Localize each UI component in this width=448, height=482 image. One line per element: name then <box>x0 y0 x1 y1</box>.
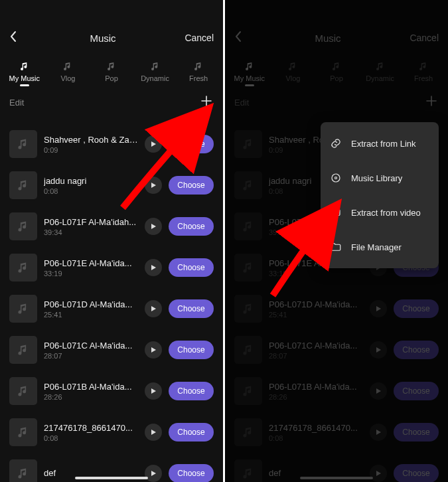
tab-vlog[interactable]: Vlog <box>271 61 314 82</box>
track-meta: P06-L071D Al-Ma'ida...25:41 <box>44 299 138 319</box>
choose-button[interactable]: Choose <box>394 299 439 318</box>
add-button[interactable] <box>424 94 439 111</box>
track-thumbnail <box>9 171 37 199</box>
track-row: P06-L071D Al-Ma'ida...25:41Choose <box>0 288 223 329</box>
track-name: jaddu nagri <box>44 176 138 186</box>
menu-item-label: Music Library <box>351 173 402 183</box>
track-thumbnail <box>9 130 37 158</box>
menu-item-extract-from-video[interactable]: Extract from video <box>321 195 439 230</box>
track-name: P06-L071B Al-Ma'ida... <box>44 382 138 392</box>
play-button[interactable] <box>370 341 387 359</box>
folder-icon <box>330 241 342 253</box>
menu-item-extract-from-link[interactable]: Extract from Link <box>321 126 439 161</box>
track-thumbnail <box>9 212 37 240</box>
choose-button[interactable]: Choose <box>169 382 214 400</box>
track-name: P06-L071E Al-Ma'ida... <box>44 258 138 268</box>
track-meta: P06-L071B Al-Ma'ida...28:26 <box>44 382 138 401</box>
play-button[interactable] <box>145 135 162 153</box>
menu-item-label: Extract from Link <box>351 139 416 149</box>
track-duration: 25:41 <box>44 311 138 319</box>
track-duration: 0:09 <box>44 146 138 154</box>
play-button[interactable] <box>145 177 162 194</box>
track-thumbnail <box>9 295 37 323</box>
track-row: P06-L071B Al-Ma'ida...28:26Choose <box>225 370 448 412</box>
back-button[interactable] <box>9 29 25 46</box>
tab-label: My Music <box>234 74 265 82</box>
menu-item-music-library[interactable]: Music Library <box>321 161 439 195</box>
svg-point-0 <box>332 174 340 182</box>
choose-button[interactable]: Choose <box>394 464 439 482</box>
track-duration: 33:19 <box>269 270 363 278</box>
play-button[interactable] <box>145 341 162 359</box>
menu-item-label: Extract from video <box>351 208 421 218</box>
play-button[interactable] <box>370 465 387 482</box>
edit-button[interactable]: Edit <box>234 98 249 108</box>
tab-vlog[interactable]: Vlog <box>46 61 89 82</box>
play-button[interactable] <box>145 465 162 482</box>
play-button[interactable] <box>370 382 387 400</box>
play-button[interactable] <box>370 424 387 441</box>
play-button[interactable] <box>145 300 162 317</box>
track-name: P06-L071C Al-Ma'ida... <box>269 341 363 351</box>
tab-pop[interactable]: Pop <box>315 61 358 82</box>
tab-fresh[interactable]: Fresh <box>402 61 445 82</box>
track-name: P06-L071D Al-Ma'ida... <box>44 299 138 309</box>
play-button[interactable] <box>145 424 162 441</box>
svg-point-1 <box>335 177 337 179</box>
home-indicator <box>75 477 148 479</box>
track-row: 217476178_8661470...0:08Choose <box>0 412 223 453</box>
track-meta: P06-L071F Al-Ma'idah...39:34 <box>44 217 138 236</box>
tab-fresh[interactable]: Fresh <box>177 61 220 82</box>
choose-button[interactable]: Choose <box>394 382 439 400</box>
tab-dynamic[interactable]: Dynamic <box>359 61 402 82</box>
track-thumbnail <box>9 336 37 364</box>
choose-button[interactable]: Choose <box>169 258 214 277</box>
track-row: P06-L071C Al-Ma'ida...28:07Choose <box>225 329 448 370</box>
play-button[interactable] <box>145 382 162 400</box>
choose-button[interactable]: Choose <box>169 423 214 442</box>
edit-row: Edit <box>225 89 448 116</box>
choose-button[interactable]: Choose <box>169 217 214 236</box>
tab-label: My Music <box>9 74 40 82</box>
home-indicator <box>300 477 373 479</box>
edit-button[interactable]: Edit <box>9 98 24 108</box>
track-name: P06-L071D Al-Ma'ida... <box>269 299 363 309</box>
track-meta: P06-L071C Al-Ma'ida...28:07 <box>44 341 138 360</box>
tab-my-music[interactable]: My Music <box>3 61 46 82</box>
choose-button[interactable]: Choose <box>169 464 214 482</box>
cancel-button[interactable]: Cancel <box>406 33 439 43</box>
track-thumbnail <box>234 377 262 405</box>
cancel-button[interactable]: Cancel <box>181 33 214 43</box>
choose-button[interactable]: Choose <box>169 135 214 153</box>
track-duration: 0:08 <box>44 187 138 195</box>
choose-button[interactable]: Choose <box>394 423 439 442</box>
tab-label: Pop <box>330 74 343 82</box>
track-thumbnail <box>234 130 262 158</box>
add-button[interactable] <box>199 94 214 111</box>
track-thumbnail <box>9 459 37 482</box>
track-meta: 217476178_8661470...0:08 <box>44 423 138 442</box>
tab-my-music[interactable]: My Music <box>228 61 271 82</box>
play-button[interactable] <box>145 218 162 235</box>
choose-button[interactable]: Choose <box>169 341 214 359</box>
tab-dynamic[interactable]: Dynamic <box>134 61 177 82</box>
choose-button[interactable]: Choose <box>169 299 214 318</box>
track-name: P06-L071B Al-Ma'ida... <box>269 382 363 392</box>
play-button[interactable] <box>145 259 162 276</box>
link-icon <box>330 137 342 149</box>
track-thumbnail <box>234 336 262 364</box>
statusbar <box>0 0 223 27</box>
track-duration: 33:19 <box>44 270 138 278</box>
play-button[interactable] <box>370 300 387 317</box>
add-source-menu: Extract from LinkMusic LibraryExtract fr… <box>321 122 439 268</box>
choose-button[interactable]: Choose <box>394 341 439 359</box>
menu-item-file-manager[interactable]: File Manager <box>321 230 439 264</box>
track-meta: P06-L071D Al-Ma'ida...25:41 <box>269 299 363 319</box>
category-tabs: My MusicVlogPopDynamicFresh <box>225 49 448 89</box>
back-button[interactable] <box>234 29 250 46</box>
choose-button[interactable]: Choose <box>169 176 214 195</box>
screen-right: Music Cancel My MusicVlogPopDynamicFresh… <box>225 0 448 482</box>
tab-label: Vlog <box>285 74 300 82</box>
tab-pop[interactable]: Pop <box>90 61 133 82</box>
tab-label: Fresh <box>414 74 433 82</box>
